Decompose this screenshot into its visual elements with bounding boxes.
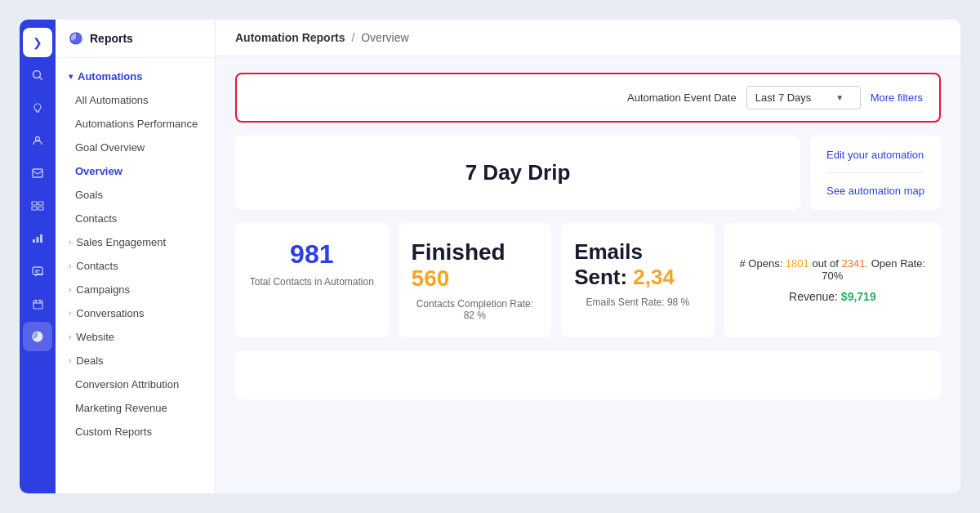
nav-item-contacts[interactable]: Contacts bbox=[56, 207, 215, 230]
svg-rect-11 bbox=[40, 234, 42, 243]
chevron-right-icon: › bbox=[69, 238, 71, 247]
breadcrumb: Automation Reports / Overview bbox=[235, 31, 409, 44]
nav-icon-pie[interactable] bbox=[23, 322, 52, 351]
breadcrumb-section: Automation Reports bbox=[235, 31, 345, 44]
revenue-amount: $9,719 bbox=[841, 290, 876, 303]
filter-bar: Automation Event Date Last 7 Days ▼ More… bbox=[235, 73, 941, 123]
stat-card-emails: Emails Sent: 2,34 Emails Sent Rate: 98 % bbox=[561, 223, 715, 337]
filter-selected-value: Last 7 Days bbox=[755, 91, 812, 104]
main-header: Automation Reports / Overview bbox=[216, 20, 960, 56]
nav-icon-chart[interactable] bbox=[23, 224, 52, 253]
automation-actions-card: Edit your automation See automation map bbox=[810, 136, 941, 210]
nav-group-label: Contacts bbox=[76, 260, 118, 272]
stat-emails-label: Emails Sent: 2,34 bbox=[574, 239, 702, 290]
chevron-right-icon: › bbox=[69, 356, 71, 365]
breadcrumb-separator: / bbox=[351, 31, 358, 44]
automations-section: ▾ Automations All Automations Automation… bbox=[56, 58, 215, 450]
stat-number-contacts: 981 bbox=[290, 239, 333, 270]
automation-title-section: 7 Day Drip Edit your automation See auto… bbox=[235, 136, 941, 210]
stat-card-finished: Finished 560 Contacts Completion Rate: 8… bbox=[399, 223, 552, 337]
svg-line-1 bbox=[40, 78, 42, 80]
out-of-text: out of bbox=[812, 257, 841, 270]
edit-automation-link[interactable]: Edit your automation bbox=[826, 149, 924, 161]
nav-item-marketing-revenue[interactable]: Marketing Revenue bbox=[56, 396, 215, 420]
left-nav-title: Reports bbox=[90, 32, 133, 45]
nav-group-label: Conversations bbox=[76, 307, 144, 319]
chevron-right-icon: › bbox=[69, 309, 71, 318]
stat-emails-number: 2,34 bbox=[633, 265, 675, 289]
bottom-card bbox=[235, 350, 941, 399]
main-body: Automation Event Date Last 7 Days ▼ More… bbox=[216, 56, 960, 493]
nav-group-campaigns[interactable]: › Campaigns bbox=[56, 278, 215, 301]
total-count: 2341. bbox=[842, 257, 869, 270]
main-content: Automation Reports / Overview Automation… bbox=[216, 20, 960, 493]
date-filter-select[interactable]: Last 7 Days ▼ bbox=[746, 86, 861, 109]
stat-card-contacts: 981 Total Contacts in Automation bbox=[235, 223, 389, 337]
nav-item-custom-reports[interactable]: Custom Reports bbox=[56, 420, 215, 444]
nav-group-contacts[interactable]: › Contacts bbox=[56, 254, 215, 278]
nav-group-deals[interactable]: › Deals bbox=[56, 349, 215, 372]
nav-group-conversations[interactable]: › Conversations bbox=[56, 301, 215, 325]
nav-icon-email[interactable] bbox=[23, 158, 52, 188]
stat-finished-number: 560 bbox=[412, 265, 450, 291]
automation-name-card: 7 Day Drip bbox=[235, 136, 800, 210]
chevron-down-icon: ▾ bbox=[69, 72, 73, 81]
nav-group-label: Website bbox=[76, 331, 114, 343]
nav-item-automations-performance[interactable]: Automations Performance bbox=[56, 112, 215, 136]
nav-icon-lightbulb[interactable] bbox=[23, 93, 52, 123]
automation-name: 7 Day Drip bbox=[466, 160, 571, 185]
stat-label-emails: Emails Sent Rate: 98 % bbox=[586, 297, 690, 308]
nav-group-label: Sales Engagement bbox=[76, 236, 166, 248]
svg-rect-8 bbox=[38, 207, 43, 210]
nav-icon-search[interactable] bbox=[23, 60, 52, 90]
more-filters-button[interactable]: More filters bbox=[871, 91, 923, 104]
svg-rect-10 bbox=[37, 237, 39, 243]
svg-rect-5 bbox=[32, 202, 37, 205]
svg-rect-4 bbox=[33, 169, 42, 177]
left-nav-header: Reports bbox=[56, 20, 215, 58]
nav-item-overview[interactable]: Overview bbox=[56, 159, 215, 183]
svg-rect-6 bbox=[38, 202, 43, 205]
automations-section-header[interactable]: ▾ Automations bbox=[56, 65, 215, 88]
nav-item-goals[interactable]: Goals bbox=[56, 183, 215, 207]
left-nav: Reports ▾ Automations All Automations Au… bbox=[56, 20, 216, 493]
nav-group-label: Deals bbox=[76, 355, 103, 367]
icon-sidebar: ❯ bbox=[20, 20, 56, 493]
revenue-text: Revenue: $9,719 bbox=[789, 290, 876, 303]
divider bbox=[826, 172, 924, 173]
nav-icon-chevron[interactable]: ❯ bbox=[23, 28, 52, 57]
see-automation-map-link[interactable]: See automation map bbox=[826, 185, 924, 197]
nav-item-goal-overview[interactable]: Goal Overview bbox=[56, 136, 215, 159]
stat-label-contacts: Total Contacts in Automation bbox=[250, 276, 374, 288]
nav-icon-calendar[interactable] bbox=[23, 289, 52, 319]
dropdown-arrow-icon: ▼ bbox=[835, 93, 844, 102]
chevron-right-icon: › bbox=[69, 261, 71, 270]
svg-rect-9 bbox=[33, 239, 35, 243]
nav-group-label: Campaigns bbox=[76, 283, 130, 296]
stat-label-finished: Contacts Completion Rate: 82 % bbox=[412, 298, 539, 321]
nav-icon-message[interactable] bbox=[23, 256, 52, 286]
breadcrumb-current: Overview bbox=[361, 31, 408, 44]
opens-label: # Opens: bbox=[739, 257, 785, 270]
revenue-label: Revenue: bbox=[789, 290, 841, 303]
chevron-right-icon: › bbox=[69, 285, 71, 294]
nav-group-sales-engagement[interactable]: › Sales Engagement bbox=[56, 230, 215, 254]
svg-rect-15 bbox=[33, 301, 42, 309]
opens-count: 1801 bbox=[786, 257, 809, 270]
automations-label: Automations bbox=[78, 70, 142, 83]
stat-finished-label: Finished 560 bbox=[412, 239, 539, 292]
nav-icon-team[interactable] bbox=[23, 191, 52, 221]
chevron-right-icon: › bbox=[69, 332, 71, 341]
opens-text: # Opens: 1801 out of 2341. Open Rate: 70… bbox=[737, 257, 928, 282]
nav-item-conversion-attribution[interactable]: Conversion Attribution bbox=[56, 372, 215, 396]
filter-label: Automation Event Date bbox=[627, 91, 737, 104]
nav-item-all-automations[interactable]: All Automations bbox=[56, 88, 215, 112]
svg-rect-7 bbox=[32, 207, 37, 210]
nav-icon-person[interactable] bbox=[23, 126, 52, 155]
nav-group-website[interactable]: › Website bbox=[56, 325, 215, 349]
stats-row: 981 Total Contacts in Automation Finishe… bbox=[235, 223, 941, 337]
stat-card-opens: # Opens: 1801 out of 2341. Open Rate: 70… bbox=[724, 223, 941, 337]
